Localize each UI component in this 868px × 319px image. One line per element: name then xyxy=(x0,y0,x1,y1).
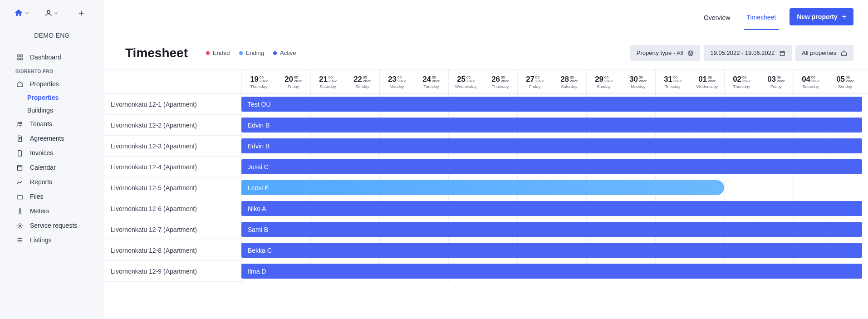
date-cell: 20052022Friday xyxy=(276,69,310,93)
filter-all-properties[interactable]: All properties xyxy=(795,45,853,61)
timesheet-row: Livornonkatu 12-4 (Apartment)Jussi C xyxy=(104,157,868,177)
date-header: 19052022Thursday20052022Friday21052022Sa… xyxy=(104,69,868,94)
sidebar-item-calendar[interactable]: Calendar xyxy=(0,160,104,175)
row-label[interactable]: Livornonkatu 12-1 (Apartment) xyxy=(104,94,241,115)
timesheet-row: Livornonkatu 12-6 (Apartment)Niko A xyxy=(104,198,868,219)
tab-timesheet[interactable]: Timesheet xyxy=(744,10,779,30)
tenant-bar[interactable]: Test OÜ xyxy=(241,97,862,112)
row-label[interactable]: Livornonkatu 12-3 (Apartment) xyxy=(104,136,241,157)
timesheet-row: Livornonkatu 12-1 (Apartment)Test OÜ xyxy=(104,94,868,115)
dot-icon xyxy=(206,51,210,55)
sidebar-item-service[interactable]: Service requests xyxy=(0,218,104,233)
row-bars: Test OÜ xyxy=(241,94,868,115)
date-cell: 23052022Monday xyxy=(379,69,414,93)
row-label[interactable]: Livornonkatu 12-2 (Apartment) xyxy=(104,115,241,136)
row-bars: Edvin B xyxy=(241,136,868,157)
sidebar-item-meters[interactable]: Meters xyxy=(0,204,104,218)
sidebar-item-invoices[interactable]: Invoices xyxy=(0,146,104,160)
users-icon xyxy=(15,121,24,128)
tenant-bar[interactable]: Sami B xyxy=(241,222,862,237)
sidebar-item-properties[interactable]: Properties xyxy=(0,77,104,91)
row-bars: Bekka C xyxy=(241,240,868,261)
sidebar-item-label: Meters xyxy=(30,207,49,215)
date-cell: 02062022Thursday xyxy=(724,69,759,93)
date-cell: 30052022Monday xyxy=(621,69,655,93)
date-cell: 26052022Thursday xyxy=(483,69,517,93)
date-cell: 25052022Wednesday xyxy=(448,69,483,93)
timesheet-row: Livornonkatu 12-2 (Apartment)Edvin B xyxy=(104,115,868,136)
sidebar-item-label: Dashboard xyxy=(30,54,61,61)
date-cell: 31052022Tuesday xyxy=(655,69,690,93)
sidebar-item-label: Reports xyxy=(30,178,52,186)
tenant-bar[interactable]: Jussi C xyxy=(241,159,862,174)
thermometer-icon xyxy=(15,208,24,215)
row-label[interactable]: Livornonkatu 12-6 (Apartment) xyxy=(104,198,241,219)
timesheet-row: Livornonkatu 12-8 (Apartment)Bekka C xyxy=(104,240,868,261)
timesheet-row: Livornonkatu 12-9 (Apartment)Ilma D xyxy=(104,261,868,282)
sidebar-item-files[interactable]: Files xyxy=(0,189,104,204)
legend-ended: Ended xyxy=(206,49,230,56)
logo-dropdown[interactable] xyxy=(14,8,30,18)
sidebar-item-label: Invoices xyxy=(30,149,53,157)
filter-date-range[interactable]: 19.05.2022 - 19.06.2022 xyxy=(704,45,792,61)
tenant-bar[interactable]: Leevi E xyxy=(241,180,724,195)
home-icon xyxy=(15,81,24,88)
main-content: Overview Timesheet New property + Timesh… xyxy=(104,0,868,319)
plus-icon: + xyxy=(842,13,846,21)
legend: Ended Ending Active xyxy=(206,49,296,56)
row-label[interactable]: Livornonkatu 12-7 (Apartment) xyxy=(104,219,241,240)
svg-point-0 xyxy=(19,225,20,226)
sidebar-item-tenants[interactable]: Tenants xyxy=(0,117,104,131)
org-name: DEMO ENG xyxy=(0,26,104,50)
timesheet-grid: 19052022Thursday20052022Friday21052022Sa… xyxy=(104,69,868,319)
row-bars: Jussi C xyxy=(241,157,868,177)
tenant-bar[interactable]: Edvin B xyxy=(241,118,862,133)
chevron-down-icon xyxy=(54,10,59,16)
sidebar-item-listings[interactable]: Listings xyxy=(0,233,104,247)
sidebar: DEMO ENG Dashboard BIDRENTO PRO Properti… xyxy=(0,0,104,319)
add-button[interactable] xyxy=(77,9,85,17)
button-label: New property xyxy=(797,13,837,20)
document-icon xyxy=(15,135,24,142)
grid-icon xyxy=(15,54,24,61)
sidebar-sub-properties[interactable]: Properties xyxy=(0,91,104,104)
legend-ending: Ending xyxy=(239,49,264,56)
sidebar-item-label: Calendar xyxy=(30,164,56,171)
date-cell: 04062022Saturday xyxy=(793,69,828,93)
tenant-bar[interactable]: Edvin B xyxy=(241,138,862,153)
page-header: Timesheet Ended Ending Active Property t… xyxy=(104,32,868,69)
tenant-bar[interactable]: Bekka C xyxy=(241,243,862,258)
timesheet-row: Livornonkatu 12-7 (Apartment)Sami B xyxy=(104,219,868,240)
new-property-button[interactable]: New property + xyxy=(790,8,853,25)
sidebar-item-reports[interactable]: Reports xyxy=(0,175,104,189)
row-label[interactable]: Livornonkatu 12-8 (Apartment) xyxy=(104,240,241,261)
date-cell: 28052022Saturday xyxy=(552,69,586,93)
row-bars: Niko A xyxy=(241,198,868,219)
calendar-icon xyxy=(779,50,785,56)
sidebar-item-label: Files xyxy=(30,193,44,200)
filter-property-type[interactable]: Property type - All xyxy=(630,45,701,61)
folder-icon xyxy=(15,193,24,200)
date-cell: 22052022Sunday xyxy=(345,69,379,93)
row-bars: Sami B xyxy=(241,219,868,240)
dot-icon xyxy=(239,51,243,55)
date-cell: 19052022Thursday xyxy=(241,69,276,93)
row-bars: Ilma D xyxy=(241,261,868,282)
tab-overview[interactable]: Overview xyxy=(701,10,733,29)
tenant-bar[interactable]: Ilma D xyxy=(241,264,862,279)
nav-group-label: BIDRENTO PRO xyxy=(0,64,104,77)
sidebar-item-agreements[interactable]: Agreements xyxy=(0,131,104,146)
row-bars: Edvin B xyxy=(241,115,868,136)
chart-icon xyxy=(15,179,24,186)
sidebar-item-label: Tenants xyxy=(30,120,52,128)
row-label[interactable]: Livornonkatu 12-9 (Apartment) xyxy=(104,261,241,282)
sidebar-item-dashboard[interactable]: Dashboard xyxy=(0,50,104,64)
user-dropdown[interactable] xyxy=(44,9,59,17)
legend-active: Active xyxy=(273,49,296,56)
sidebar-sub-buildings[interactable]: Buildings xyxy=(0,104,104,117)
tenant-bar[interactable]: Niko A xyxy=(241,201,862,216)
row-label[interactable]: Livornonkatu 12-5 (Apartment) xyxy=(104,177,241,198)
date-cell: 29052022Sunday xyxy=(586,69,621,93)
page-title: Timesheet xyxy=(125,46,188,60)
row-label[interactable]: Livornonkatu 12-4 (Apartment) xyxy=(104,157,241,177)
